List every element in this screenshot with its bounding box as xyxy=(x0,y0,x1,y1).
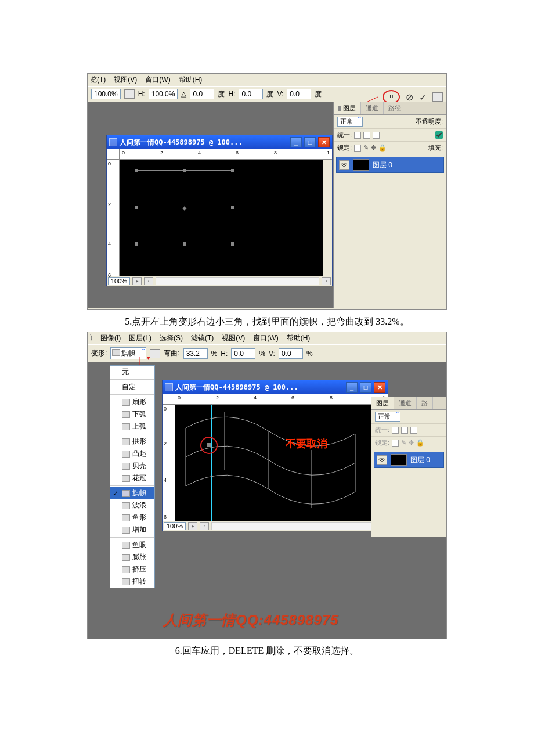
h-ruler-2: 024681 xyxy=(175,394,388,405)
unify-vis-icon[interactable] xyxy=(363,132,370,139)
caption-5: 5.点开左上角变形右边小三角，找到里面的旗帜，把弯曲改到 33.2%。 xyxy=(87,316,447,328)
red-annotation: 不要取消 xyxy=(286,437,327,451)
blend-mode-select[interactable]: 正常 xyxy=(337,117,363,127)
hh-label: H: xyxy=(228,90,235,98)
canvas-2[interactable]: 不要取消 xyxy=(175,405,378,521)
lock-label: 锁定: xyxy=(337,143,352,152)
option-bar-2: 变形: 旗帜 ˇ 弯曲: 33.2 % H: 0.0 % V: 0.0 % ▾ xyxy=(88,344,446,362)
warp-label: 变形: xyxy=(91,348,107,358)
opt-arc[interactable]: 扇形 xyxy=(110,396,154,408)
commit-icon[interactable]: ✓ xyxy=(419,92,427,103)
hh-field[interactable]: 0.0 xyxy=(239,89,263,99)
opt-shelllower[interactable]: 贝壳 xyxy=(110,460,154,472)
angle-field[interactable]: 0.0 xyxy=(190,89,214,99)
layer-item-2[interactable]: 👁 图层 0 xyxy=(374,452,444,468)
opt-fisheye[interactable]: 鱼眼 xyxy=(110,539,154,551)
close-button[interactable]: ✕ xyxy=(318,137,330,147)
minimize-button-2[interactable]: _ xyxy=(346,382,358,393)
scroll-right-button[interactable]: › xyxy=(322,277,331,285)
lock-move-icon[interactable]: ✥ xyxy=(371,144,376,152)
tab-layers-2[interactable]: 图层 xyxy=(371,397,394,409)
tab-paths[interactable]: 路径 xyxy=(384,102,406,114)
doc-icon xyxy=(109,138,117,146)
document-window-2: 人间第一情QQ-445898975 @ 100... _ □ ✕ 024681 xyxy=(162,380,388,531)
warp-select[interactable]: 旗帜 ˇ xyxy=(110,347,146,359)
bend-field[interactable]: 33.2 xyxy=(183,348,208,359)
maximize-button[interactable]: □ xyxy=(304,137,316,147)
link-icon[interactable] xyxy=(124,89,135,99)
tab-paths-2[interactable]: 路 xyxy=(417,397,433,409)
v-label: V: xyxy=(277,90,283,98)
extra-icon[interactable] xyxy=(432,92,443,102)
menu-t[interactable]: 览(T) xyxy=(90,75,106,85)
h-scrollbar[interactable] xyxy=(156,277,319,285)
tab-layers[interactable]: 图层 xyxy=(334,102,361,114)
layer-name-2: 图层 0 xyxy=(410,455,430,465)
opt-wave[interactable]: 波浪 xyxy=(110,499,154,512)
warp-dropdown[interactable]: 无 自定 扇形 下弧 上弧 拱形 凸起 贝壳 花冠 ✓旗帜 波浪 鱼形 增加 鱼… xyxy=(110,365,155,588)
menu-filter[interactable]: 滤镜(T) xyxy=(191,333,214,343)
minimize-button[interactable]: _ xyxy=(290,137,302,147)
opt-bulge[interactable]: 凸起 xyxy=(110,448,154,460)
lock-trans-icon[interactable] xyxy=(354,145,361,152)
close-button-2[interactable]: ✕ xyxy=(374,382,385,393)
lock-paint-icon[interactable]: ✎ xyxy=(363,144,369,152)
opt-arch[interactable]: 拱形 xyxy=(110,435,154,448)
doc-titlebar[interactable]: 人间第一情QQ-445898975 @ 100... _ □ ✕ xyxy=(107,135,332,149)
menu-select[interactable]: 选择(S) xyxy=(160,333,183,343)
opt-arclower[interactable]: 下弧 xyxy=(110,408,154,420)
screenshot-1: 览(T) 视图(V) 窗口(W) 帮助(H) 100.0% H: 100.0% … xyxy=(87,73,447,310)
h-field-2[interactable]: 0.0 xyxy=(231,348,255,359)
tab-channels-2[interactable]: 通道 xyxy=(394,397,417,409)
opt-twist[interactable]: 扭转 xyxy=(110,575,154,588)
menu-image[interactable]: 图像(I) xyxy=(100,333,121,343)
zoom-field[interactable]: 100.0% xyxy=(91,89,121,99)
orient-icon[interactable] xyxy=(150,349,160,358)
opt-rise[interactable]: 增加 xyxy=(110,524,154,536)
zoom-readout-2[interactable]: 100% xyxy=(164,522,186,530)
menu-help[interactable]: 帮助(H) xyxy=(179,75,203,85)
blend-mode-2[interactable]: 正常 xyxy=(375,412,400,422)
h-ruler: 024681 xyxy=(120,149,332,160)
h-scrollbar-2[interactable] xyxy=(211,522,375,530)
opt-none[interactable]: 无 xyxy=(110,366,154,378)
unify-style-icon[interactable] xyxy=(373,132,380,139)
opt-inflate[interactable]: 膨胀 xyxy=(110,551,154,563)
menu-window[interactable]: 窗口(W) xyxy=(145,75,170,85)
layers-panel-2: 图层 通道 路 正常 统一: 锁定: ✎✥🔒 👁 图层 0 xyxy=(371,397,446,537)
opt-custom[interactable]: 自定 xyxy=(110,381,154,393)
opt-shellupper[interactable]: 花冠 xyxy=(110,472,154,484)
maximize-button-2[interactable]: □ xyxy=(360,382,371,393)
opt-squeeze[interactable]: 挤压 xyxy=(110,563,154,575)
tab-channels[interactable]: 通道 xyxy=(361,102,384,114)
visibility-icon-2[interactable]: 👁 xyxy=(377,455,387,465)
doc-info-icon[interactable]: ▸ xyxy=(132,277,142,285)
visibility-icon[interactable]: 👁 xyxy=(339,160,349,170)
propagate-checkbox[interactable] xyxy=(435,131,443,139)
menu-help-2[interactable]: 帮助(H) xyxy=(287,333,311,343)
v-field[interactable]: 0.0 xyxy=(287,89,311,99)
v-field-2[interactable]: 0.0 xyxy=(279,348,303,359)
lock-all-icon[interactable]: 🔒 xyxy=(378,144,387,152)
scroll-left-button[interactable]: ‹ xyxy=(144,277,153,285)
unify-pos-icon[interactable] xyxy=(354,132,361,139)
doc-title-2: 人间第一情QQ-445898975 @ 100... xyxy=(175,383,298,393)
fill-label: 填充: xyxy=(428,143,443,152)
menu-layer[interactable]: 图层(L) xyxy=(129,333,151,343)
canvas[interactable]: ✦ xyxy=(120,160,323,276)
opt-arcupper[interactable]: 上弧 xyxy=(110,420,154,433)
opt-fish[interactable]: 鱼形 xyxy=(110,512,154,524)
menu-view[interactable]: 视图(V) xyxy=(114,75,137,85)
layer-item-0[interactable]: 👁 图层 0 xyxy=(336,157,444,173)
layer-thumb-2 xyxy=(391,454,407,466)
menu-view-2[interactable]: 视图(V) xyxy=(222,333,245,343)
doc-info-icon-2[interactable]: ▸ xyxy=(188,522,197,530)
opt-flag[interactable]: ✓旗帜 xyxy=(110,487,154,499)
scroll-left-2[interactable]: ‹ xyxy=(200,522,209,530)
doc-titlebar-2[interactable]: 人间第一情QQ-445898975 @ 100... _ □ ✕ xyxy=(163,380,388,394)
layers-panel: 图层 通道 路径 正常 不透明度: 统一: xyxy=(333,102,446,308)
h-field[interactable]: 100.0% xyxy=(149,89,178,99)
cancel-icon[interactable]: ⊘ xyxy=(406,92,413,103)
zoom-readout[interactable]: 100% xyxy=(108,277,130,285)
menu-window-2[interactable]: 窗口(W) xyxy=(253,333,278,343)
